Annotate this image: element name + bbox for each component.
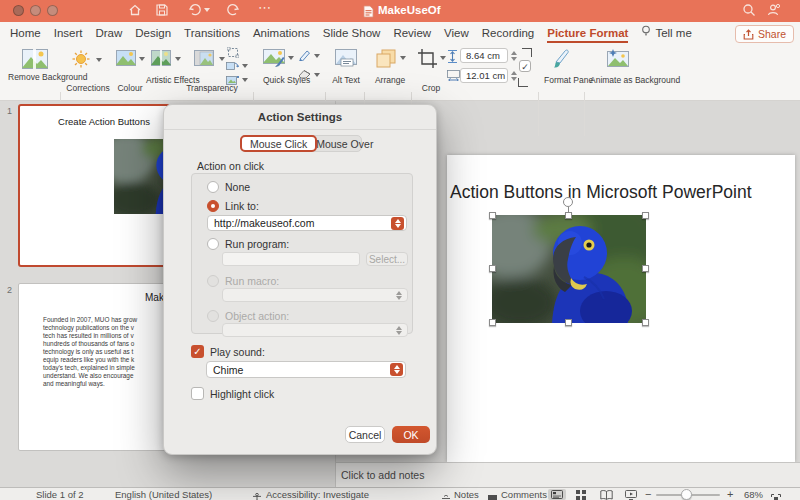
- resize-handle[interactable]: [565, 319, 572, 326]
- reset-picture-icon[interactable]: [226, 61, 239, 72]
- slide-picture[interactable]: [492, 215, 646, 323]
- notes-icon: [441, 490, 451, 500]
- play-sound-label[interactable]: Play sound:: [210, 346, 265, 358]
- tab-mouse-over[interactable]: Mouse Over: [316, 136, 373, 151]
- resize-handle[interactable]: [489, 265, 496, 272]
- slide-2-body: Founded in 2007, MUO has grow technology…: [43, 316, 169, 388]
- tab-tell-me[interactable]: Tell me: [641, 24, 691, 42]
- zoom-window-button[interactable]: [47, 5, 58, 16]
- ok-button[interactable]: OK: [392, 426, 430, 443]
- redo-icon[interactable]: [225, 3, 240, 17]
- zoom-slider-thumb[interactable]: [681, 489, 692, 500]
- search-icon[interactable]: [742, 3, 756, 17]
- radio-run-program[interactable]: [207, 238, 219, 250]
- link-to-dropdown[interactable]: http://makeuseof.com: [207, 215, 407, 231]
- radio-link-to-label[interactable]: Link to:: [225, 200, 259, 212]
- select-button[interactable]: Select...: [366, 252, 408, 266]
- notes-pane[interactable]: Click to add notes: [336, 462, 800, 487]
- tab-draw[interactable]: Draw: [95, 27, 122, 39]
- object-action-dropdown: [222, 323, 408, 337]
- slide-show-button[interactable]: [622, 489, 640, 500]
- resize-handle[interactable]: [489, 319, 496, 326]
- height-field[interactable]: 8.64 cm: [460, 48, 508, 63]
- tab-view[interactable]: View: [444, 27, 469, 39]
- minimize-window-button[interactable]: [30, 5, 41, 16]
- radio-link-to[interactable]: [207, 200, 219, 212]
- home-icon[interactable]: [128, 3, 142, 17]
- tab-mouse-click[interactable]: Mouse Click: [240, 135, 317, 152]
- tab-animations[interactable]: Animations: [253, 27, 310, 39]
- zoom-in-button[interactable]: +: [727, 488, 733, 500]
- artistic-effects-chevron-icon: [175, 57, 181, 61]
- tab-picture-format[interactable]: Picture Format: [547, 27, 628, 43]
- more-toolbar-icon[interactable]: ⋯: [258, 0, 271, 15]
- play-sound-checkbox[interactable]: ✓: [191, 345, 204, 358]
- fit-slide-icon[interactable]: [771, 490, 781, 500]
- highlight-click-checkbox[interactable]: [191, 387, 204, 400]
- language-indicator[interactable]: English (United States): [115, 489, 212, 500]
- share-button[interactable]: Share: [735, 25, 794, 43]
- resize-handle[interactable]: [565, 212, 572, 219]
- selection-frame-icon[interactable]: [227, 47, 239, 58]
- radio-object-action: [207, 310, 219, 322]
- width-field[interactable]: 12.01 cm: [460, 68, 508, 83]
- normal-view-button[interactable]: [548, 489, 566, 500]
- radio-none-label[interactable]: None: [225, 181, 250, 193]
- zoom-percentage[interactable]: 68%: [744, 489, 763, 500]
- undo-menu-chevron-icon[interactable]: [204, 8, 210, 12]
- slide-sorter-view-button[interactable]: [572, 489, 590, 500]
- tab-recording[interactable]: Recording: [482, 27, 534, 39]
- lock-aspect-checkbox[interactable]: ✓: [519, 60, 531, 72]
- tab-home[interactable]: Home: [10, 27, 41, 39]
- undo-icon[interactable]: [188, 3, 203, 17]
- close-window-button[interactable]: [13, 5, 24, 16]
- run-program-field[interactable]: [222, 252, 360, 266]
- slide-counter[interactable]: Slide 1 of 2: [36, 489, 84, 500]
- notes-placeholder[interactable]: Click to add notes: [341, 469, 424, 481]
- corrections-sun-icon: [72, 50, 90, 68]
- compress-picture-icon[interactable]: [226, 75, 239, 86]
- comments-toggle[interactable]: Comments: [501, 489, 547, 500]
- rotate-handle[interactable]: [563, 197, 573, 207]
- tab-transitions[interactable]: Transitions: [184, 27, 240, 39]
- window-title: MakeUseOf: [378, 4, 441, 16]
- save-icon[interactable]: [155, 3, 169, 17]
- format-pane-icon: [553, 48, 573, 69]
- slide-1-thumbnail[interactable]: Create Action Buttons: [18, 104, 170, 267]
- radio-run-program-label[interactable]: Run program:: [225, 238, 289, 250]
- resize-handle[interactable]: [642, 212, 649, 219]
- ribbon-divider: [538, 92, 539, 136]
- slide-1-title: Create Action Buttons: [44, 116, 164, 127]
- picture-effects-eraser-icon[interactable]: [298, 69, 311, 79]
- highlight-click-label[interactable]: Highlight click: [210, 388, 274, 400]
- reset-picture-chevron-icon: [242, 64, 248, 68]
- tab-insert[interactable]: Insert: [54, 27, 83, 39]
- sound-dropdown[interactable]: Chime: [206, 361, 406, 378]
- slide-2-thumbnail[interactable]: Make Founded in 2007, MUO has grow techn…: [18, 283, 170, 451]
- height-stepper[interactable]: [509, 48, 518, 63]
- comments-icon: [487, 490, 498, 500]
- alt-text-icon: [335, 49, 357, 67]
- artistic-effects-icon: [151, 50, 171, 66]
- reading-view-button[interactable]: [597, 489, 615, 500]
- notes-toggle[interactable]: Notes: [454, 489, 479, 500]
- ribbon: Remove Background Corrections Colour: [0, 44, 800, 101]
- resize-handle[interactable]: [489, 212, 496, 219]
- remove-background-icon: [22, 49, 48, 69]
- resize-handle[interactable]: [642, 265, 649, 272]
- width-stepper[interactable]: [509, 68, 518, 83]
- tab-review[interactable]: Review: [393, 27, 431, 39]
- cancel-button[interactable]: Cancel: [345, 426, 385, 443]
- corner-top-icon: [522, 48, 532, 57]
- radio-none[interactable]: [207, 181, 219, 193]
- crop-chevron-icon: [440, 56, 446, 60]
- slide-title-text[interactable]: Action Buttons in Microsoft PowerPoint: [450, 182, 750, 203]
- zoom-out-button[interactable]: −: [645, 488, 651, 500]
- profile-icon[interactable]: [766, 3, 781, 17]
- resize-handle[interactable]: [642, 319, 649, 326]
- slide-1-number: 1: [7, 106, 12, 116]
- picture-border-pen-icon[interactable]: [298, 49, 311, 61]
- accessibility-status[interactable]: Accessibility: Investigate: [266, 489, 369, 500]
- tab-slide-show[interactable]: Slide Show: [323, 27, 381, 39]
- tab-design[interactable]: Design: [135, 27, 171, 39]
